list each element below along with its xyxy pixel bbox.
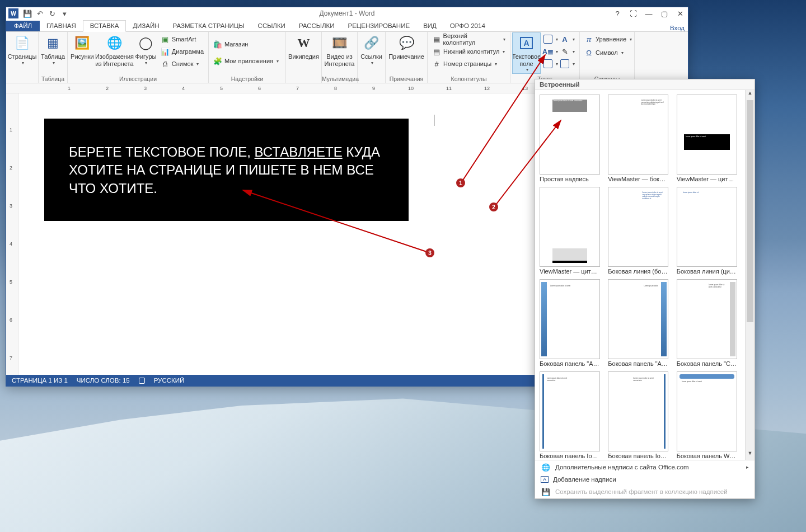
redo-icon[interactable]: ↻ bbox=[46, 8, 58, 19]
pagenum-icon: # bbox=[432, 59, 441, 68]
store-icon: 🛍️ bbox=[213, 40, 222, 49]
tab-references[interactable]: ССЫЛКИ bbox=[251, 21, 292, 31]
wordart-icon: A bbox=[560, 35, 569, 44]
footer-button[interactable]: ▤Нижний колонтитул▾ bbox=[430, 45, 508, 58]
comment-button[interactable]: 💬 Примечание bbox=[388, 33, 425, 62]
gallery-save-selection: 💾Сохранить выделенный фрагмент в коллекц… bbox=[535, 485, 755, 498]
tab-mailings[interactable]: РАССЫЛКИ bbox=[292, 21, 341, 31]
object-button[interactable]: ▾▾ bbox=[541, 58, 577, 70]
gallery-item[interactable]: Lorem ipsum dolor sitБоковая линия (цита… bbox=[677, 187, 741, 275]
tab-review[interactable]: РЕЦЕНЗИРОВАНИЕ bbox=[341, 21, 417, 31]
wikipedia-button[interactable]: W Википедия bbox=[288, 33, 319, 62]
qat-customize-icon[interactable]: ▾ bbox=[59, 8, 70, 19]
tab-insert[interactable]: ВСТАВКА bbox=[83, 20, 126, 32]
gallery-item[interactable]: ViewMaster — цитата... bbox=[540, 187, 603, 275]
signature-icon: ✎ bbox=[560, 47, 569, 56]
gallery-grid: Lorem ipsum dolor sit amet consecteturПр… bbox=[535, 90, 745, 460]
gallery-item[interactable]: Lorem ipsum dolor sit amet consecteturПр… bbox=[540, 95, 603, 182]
tab-view[interactable]: ВИД bbox=[416, 21, 443, 31]
table-icon: ▦ bbox=[44, 34, 62, 52]
quickparts-button[interactable]: ▾A▾ bbox=[541, 33, 577, 45]
undo-icon[interactable]: ↶ bbox=[34, 8, 45, 19]
group-media-label: Мультимедиа bbox=[322, 76, 357, 82]
wikipedia-icon: W bbox=[295, 34, 313, 52]
gallery-item[interactable]: Lorem ipsum dolor sit amet consecteturБо… bbox=[608, 371, 672, 459]
signin-link[interactable]: Вход bbox=[670, 25, 685, 31]
symbol-button[interactable]: ΩСимвол▾ bbox=[582, 46, 634, 59]
scroll-down-icon[interactable]: ▼ bbox=[746, 450, 755, 460]
gallery-item[interactable]: Lorem ipsum dolor sit amet consectetur a… bbox=[608, 187, 672, 275]
pictures-button[interactable]: 🖼️ Рисунки bbox=[70, 33, 95, 62]
textbox-icon: A bbox=[518, 34, 536, 52]
gallery-item[interactable]: Lorem ipsum dolor sit amet consecteturБо… bbox=[677, 279, 741, 367]
help-icon[interactable]: ? bbox=[610, 8, 625, 19]
gallery-header: Встроенный bbox=[535, 79, 755, 90]
dropcap-button[interactable]: A≣▾✎▾ bbox=[541, 45, 577, 58]
online-pictures-button[interactable]: 🌐 Изображения из Интернета bbox=[96, 33, 133, 68]
myapps-icon: 🧩 bbox=[213, 57, 222, 65]
chart-button[interactable]: 📊Диаграмма bbox=[158, 45, 206, 58]
ruler-vertical[interactable]: 123 4567 bbox=[6, 93, 18, 375]
tab-home[interactable]: ГЛАВНАЯ bbox=[40, 21, 83, 31]
maximize-icon[interactable]: ▢ bbox=[657, 8, 672, 19]
gallery-item[interactable]: Lorem ipsum dolorБоковая панель "Асп... bbox=[608, 279, 672, 367]
dropcap-icon: A≣ bbox=[543, 47, 552, 56]
page-number-button[interactable]: #Номер страницы▾ bbox=[430, 58, 508, 70]
gallery-more-office[interactable]: 🌐Дополнительные надписи с сайта Office.c… bbox=[535, 460, 755, 474]
smartart-button[interactable]: ▣SmartArt bbox=[158, 33, 206, 45]
textbox-gallery: Встроенный Lorem ipsum dolor sit amet co… bbox=[535, 79, 755, 499]
link-icon: 🔗 bbox=[363, 34, 381, 52]
chart-icon: 📊 bbox=[161, 47, 170, 56]
video-icon: 🎞️ bbox=[331, 34, 349, 52]
text-box[interactable]: БЕРЕТЕ ТЕКСТОВОЕ ПОЛЕ, ВСТАВЛЯЕТЕ КУДА Х… bbox=[44, 119, 409, 221]
scroll-thumb[interactable] bbox=[747, 100, 753, 322]
links-button[interactable]: 🔗 Ссылки▾ bbox=[360, 33, 383, 67]
save-icon[interactable]: 💾 bbox=[22, 8, 33, 19]
app-icon: W bbox=[8, 8, 18, 18]
smartart-icon: ▣ bbox=[161, 35, 170, 44]
footer-icon: ▤ bbox=[432, 47, 441, 56]
gallery-item[interactable]: Lorem ipsum dolor sit ametБоковая панель… bbox=[540, 279, 603, 367]
status-page[interactable]: СТРАНИЦА 1 ИЗ 1 bbox=[12, 377, 68, 384]
gallery-draw-textbox[interactable]: AДобавление надписи bbox=[535, 474, 755, 485]
group-tables-label: Таблица bbox=[39, 76, 67, 82]
screenshot-button[interactable]: ⎙Снимок▾ bbox=[158, 58, 206, 70]
myapps-button[interactable]: 🧩Мои приложения▾ bbox=[211, 55, 281, 67]
text-cursor bbox=[434, 115, 434, 126]
gallery-item[interactable]: Lorem ipsum dolor sit ametViewMaster — ц… bbox=[677, 95, 741, 182]
ribbon-body: 📄 Страницы▾ ▦ Таблица▾ Таблица 🖼️ Рисунк… bbox=[6, 32, 688, 83]
symbol-icon: Ω bbox=[584, 48, 593, 57]
status-words[interactable]: ЧИСЛО СЛОВ: 15 bbox=[77, 377, 130, 384]
window-title: Документ1 - Word bbox=[319, 10, 374, 17]
group-addins-label: Надстройки bbox=[209, 76, 285, 82]
office-icon: 🌐 bbox=[541, 463, 551, 472]
gallery-item[interactable]: Lorem ipsum dolor sit ametБоковая панель… bbox=[677, 371, 741, 459]
status-lang[interactable]: РУССКИЙ bbox=[154, 377, 185, 384]
gallery-item[interactable]: Lorem ipsum dolor sit amet consecteturБо… bbox=[540, 371, 603, 459]
comment-icon: 💬 bbox=[397, 34, 415, 52]
ribbon-display-icon[interactable]: ⛶ bbox=[625, 8, 641, 19]
gallery-scrollbar[interactable]: ▲ ▼ bbox=[745, 90, 755, 460]
minimize-icon[interactable]: — bbox=[641, 8, 657, 19]
textbox-button[interactable]: A Текстовое поле▾ bbox=[513, 33, 540, 73]
tab-layout[interactable]: РАЗМЕТКА СТРАНИЦЫ bbox=[166, 21, 251, 31]
pages-button[interactable]: 📄 Страницы▾ bbox=[8, 33, 36, 67]
gallery-item[interactable]: Lorem ipsum dolor sit amet consectetur a… bbox=[608, 95, 672, 182]
scroll-up-icon[interactable]: ▲ bbox=[746, 90, 755, 100]
store-button[interactable]: 🛍️Магазин bbox=[211, 38, 281, 50]
close-icon[interactable]: ✕ bbox=[672, 8, 688, 19]
equation-button[interactable]: πУравнение▾ bbox=[582, 33, 634, 45]
status-proof-icon[interactable] bbox=[139, 378, 145, 384]
online-pictures-icon: 🌐 bbox=[105, 34, 123, 52]
draw-textbox-icon: A bbox=[541, 476, 549, 483]
video-button[interactable]: 🎞️ Видео из Интернета bbox=[324, 33, 355, 68]
tab-file[interactable]: ФАЙЛ bbox=[6, 21, 40, 31]
shapes-button[interactable]: ◯ Фигуры▾ bbox=[134, 33, 157, 67]
screenshot-icon: ⎙ bbox=[161, 59, 170, 68]
header-button[interactable]: ▤Верхний колонтитул▾ bbox=[430, 33, 508, 45]
table-button[interactable]: ▦ Таблица▾ bbox=[41, 33, 65, 67]
tab-design[interactable]: ДИЗАЙН bbox=[126, 21, 166, 31]
pictures-icon: 🖼️ bbox=[73, 34, 91, 52]
page-icon: 📄 bbox=[13, 34, 31, 52]
tab-orfo[interactable]: ОРФО 2014 bbox=[443, 21, 492, 31]
